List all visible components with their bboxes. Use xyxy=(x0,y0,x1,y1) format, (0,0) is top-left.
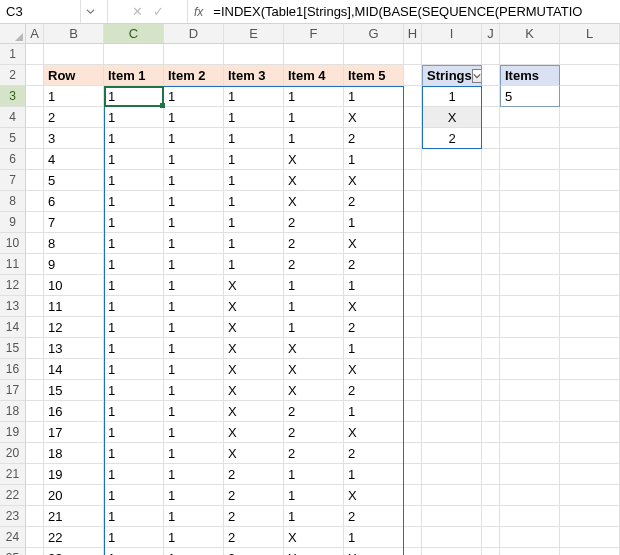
cell-J12[interactable] xyxy=(482,275,500,296)
main-table-header[interactable]: Item 2 xyxy=(164,65,224,86)
cell-H17[interactable] xyxy=(404,380,422,401)
main-table-cell[interactable]: 13 xyxy=(44,338,104,359)
cell-L3[interactable] xyxy=(560,86,620,107)
cell-F1[interactable] xyxy=(284,44,344,65)
cell-L9[interactable] xyxy=(560,212,620,233)
main-table-cell[interactable]: 1 xyxy=(284,86,344,107)
main-table-cell[interactable]: 1 xyxy=(284,275,344,296)
row-header-3[interactable]: 3 xyxy=(0,86,26,107)
main-table-cell[interactable]: 1 xyxy=(164,380,224,401)
main-table-cell[interactable]: X xyxy=(224,338,284,359)
cell-L24[interactable] xyxy=(560,527,620,548)
cell-K21[interactable] xyxy=(500,464,560,485)
main-table-cell[interactable]: 1 xyxy=(104,338,164,359)
cell-J1[interactable] xyxy=(482,44,500,65)
main-table-cell[interactable]: 2 xyxy=(344,191,404,212)
main-table-cell[interactable]: 1 xyxy=(284,485,344,506)
cell-H1[interactable] xyxy=(404,44,422,65)
main-table-cell[interactable]: X xyxy=(284,359,344,380)
cell-H10[interactable] xyxy=(404,233,422,254)
cell-A16[interactable] xyxy=(26,359,44,380)
main-table-cell[interactable]: 2 xyxy=(284,401,344,422)
main-table-cell[interactable]: 2 xyxy=(284,233,344,254)
cell-K12[interactable] xyxy=(500,275,560,296)
cell-L1[interactable] xyxy=(560,44,620,65)
cell-H14[interactable] xyxy=(404,317,422,338)
cell-I17[interactable] xyxy=(422,380,482,401)
cell-A25[interactable] xyxy=(26,548,44,555)
main-table-cell[interactable]: 1 xyxy=(164,296,224,317)
row-header-4[interactable]: 4 xyxy=(0,107,26,128)
cell-H6[interactable] xyxy=(404,149,422,170)
cell-K15[interactable] xyxy=(500,338,560,359)
cell-J6[interactable] xyxy=(482,149,500,170)
main-table-header[interactable]: Item 5 xyxy=(344,65,404,86)
main-table-cell[interactable]: 6 xyxy=(44,191,104,212)
cell-J23[interactable] xyxy=(482,506,500,527)
main-table-cell[interactable]: 1 xyxy=(104,422,164,443)
main-table-cell[interactable]: 1 xyxy=(164,401,224,422)
main-table-header[interactable]: Item 3 xyxy=(224,65,284,86)
main-table-cell[interactable]: 1 xyxy=(164,464,224,485)
main-table-cell[interactable]: 1 xyxy=(164,548,224,555)
cell-K11[interactable] xyxy=(500,254,560,275)
main-table-cell[interactable]: X xyxy=(224,275,284,296)
main-table-cell[interactable]: 1 xyxy=(224,128,284,149)
cell-K7[interactable] xyxy=(500,170,560,191)
main-table-cell[interactable]: 1 xyxy=(224,170,284,191)
main-table-cell[interactable]: X xyxy=(224,359,284,380)
main-table-cell[interactable]: 1 xyxy=(104,485,164,506)
cell-H15[interactable] xyxy=(404,338,422,359)
cell-I11[interactable] xyxy=(422,254,482,275)
strings-table-cell[interactable]: X xyxy=(422,107,482,128)
main-table-cell[interactable]: 1 xyxy=(224,149,284,170)
main-table-cell[interactable]: 4 xyxy=(44,149,104,170)
cell-J9[interactable] xyxy=(482,212,500,233)
cell-A8[interactable] xyxy=(26,191,44,212)
main-table-cell[interactable]: 1 xyxy=(164,506,224,527)
main-table-cell[interactable]: 1 xyxy=(164,317,224,338)
row-header-18[interactable]: 18 xyxy=(0,401,26,422)
main-table-cell[interactable]: X xyxy=(284,380,344,401)
main-table-cell[interactable]: 1 xyxy=(224,86,284,107)
row-header-8[interactable]: 8 xyxy=(0,191,26,212)
main-table-cell[interactable]: 1 xyxy=(284,506,344,527)
cell-A1[interactable] xyxy=(26,44,44,65)
cell-A6[interactable] xyxy=(26,149,44,170)
cell-J18[interactable] xyxy=(482,401,500,422)
cell-I15[interactable] xyxy=(422,338,482,359)
cell-L16[interactable] xyxy=(560,359,620,380)
cell-J4[interactable] xyxy=(482,107,500,128)
cell-I23[interactable] xyxy=(422,506,482,527)
main-table-cell[interactable]: 1 xyxy=(164,485,224,506)
cell-I10[interactable] xyxy=(422,233,482,254)
cell-L13[interactable] xyxy=(560,296,620,317)
row-header-11[interactable]: 11 xyxy=(0,254,26,275)
filter-button[interactable] xyxy=(472,69,482,83)
cell-J5[interactable] xyxy=(482,128,500,149)
main-table-cell[interactable]: 14 xyxy=(44,359,104,380)
cell-J16[interactable] xyxy=(482,359,500,380)
cell-L22[interactable] xyxy=(560,485,620,506)
main-table-cell[interactable]: 9 xyxy=(44,254,104,275)
main-table-cell[interactable]: 1 xyxy=(104,86,164,107)
main-table-cell[interactable]: 1 xyxy=(104,548,164,555)
main-table-header[interactable]: Row xyxy=(44,65,104,86)
main-table-cell[interactable]: 2 xyxy=(224,527,284,548)
cancel-icon[interactable]: ✕ xyxy=(132,5,143,18)
cell-A22[interactable] xyxy=(26,485,44,506)
main-table-cell[interactable]: 2 xyxy=(224,464,284,485)
cell-I22[interactable] xyxy=(422,485,482,506)
main-table-cell[interactable]: 1 xyxy=(344,464,404,485)
cell-A18[interactable] xyxy=(26,401,44,422)
cell-A10[interactable] xyxy=(26,233,44,254)
cell-A4[interactable] xyxy=(26,107,44,128)
row-header-13[interactable]: 13 xyxy=(0,296,26,317)
column-header-J[interactable]: J xyxy=(482,24,500,43)
column-header-A[interactable]: A xyxy=(26,24,44,43)
main-table-cell[interactable]: 2 xyxy=(284,443,344,464)
row-header-19[interactable]: 19 xyxy=(0,422,26,443)
cell-H22[interactable] xyxy=(404,485,422,506)
cell-L14[interactable] xyxy=(560,317,620,338)
main-table-cell[interactable]: 1 xyxy=(104,233,164,254)
